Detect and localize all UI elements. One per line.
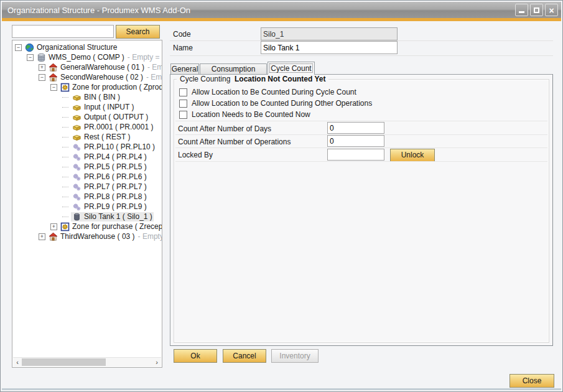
tree-horizontal-scrollbar[interactable]: ‹ › <box>13 357 161 366</box>
close-button[interactable]: Close <box>509 374 554 388</box>
cycle-count-status: Location Not Counted Yet <box>231 75 328 83</box>
close-icon: × <box>546 5 557 16</box>
tree-connector <box>62 107 68 108</box>
tab-general[interactable]: General <box>170 63 199 74</box>
locked-by-input[interactable] <box>327 149 384 161</box>
app-window: Organizational Structure - Produmex WMS … <box>0 0 563 392</box>
titlebar[interactable]: Organizational Structure - Produmex WMS … <box>2 2 561 18</box>
count-operations-label: Count After Number of Operations <box>178 138 291 146</box>
bin-icon <box>72 133 81 142</box>
tree-item[interactable]: PR.PL9 ( PR.PL9 ) <box>12 202 162 212</box>
maximize-button[interactable] <box>530 4 543 16</box>
tree-item[interactable]: +GeneralWarehouse ( 01 )- Empty <box>12 62 162 72</box>
collapse-icon[interactable]: − <box>27 54 34 61</box>
zone-icon <box>60 83 70 92</box>
zone-icon <box>60 222 70 231</box>
tree-item-label: Output ( OUTPUT ) <box>84 113 148 121</box>
window-title: Organizational Structure - Produmex WMS … <box>7 6 190 15</box>
expand-icon[interactable]: + <box>39 64 45 71</box>
scroll-right-icon[interactable]: › <box>152 358 161 366</box>
expand-icon[interactable]: + <box>39 233 45 240</box>
checkbox-needs-counted-now[interactable]: Location Needs to Be Counted Now <box>179 110 310 119</box>
bin-icon <box>72 113 81 122</box>
window-bottom-edge <box>2 388 561 390</box>
count-operations-input[interactable] <box>327 135 384 147</box>
tree-item-label: PR.PL5 ( PR.PL5 ) <box>84 162 147 171</box>
tree-item[interactable]: PR.PL4 ( PR.PL4 ) <box>12 152 162 162</box>
warehouse-icon <box>49 73 58 82</box>
tree-connector <box>62 207 68 207</box>
tree-connector <box>62 127 68 128</box>
tab-cycle-count[interactable]: Cycle Count <box>268 62 315 75</box>
tree-item-label: PR.PL8 ( PR.PL8 ) <box>84 192 147 201</box>
maximize-icon <box>534 7 539 13</box>
count-days-input[interactable] <box>327 122 384 134</box>
scroll-left-icon[interactable]: ‹ <box>13 358 22 366</box>
tree-item[interactable]: −SecondWarehouse ( 02 )- Empty <box>12 72 162 82</box>
groupbox-label: Cycle Counting <box>177 75 233 83</box>
gears-icon <box>72 142 81 152</box>
tree-item-label: Zone for purchase ( Zreception <box>72 222 162 231</box>
bin-icon <box>72 93 81 102</box>
tree-item-label: PR.PL9 ( PR.PL9 ) <box>84 202 147 211</box>
tree-item-suffix: - Empty <box>147 63 162 72</box>
inventory-button[interactable]: Inventory <box>271 349 319 363</box>
checkbox-icon[interactable] <box>179 100 187 108</box>
tree-item[interactable]: Silo Tank 1 ( Silo_1 ) <box>12 212 162 222</box>
minimize-button[interactable] <box>515 4 528 16</box>
checkbox-icon[interactable] <box>179 88 187 96</box>
tree-item[interactable]: −Zone for production ( Zproduct <box>12 82 162 92</box>
tree-item[interactable]: PR.PL8 ( PR.PL8 ) <box>12 192 162 202</box>
warehouse-icon <box>49 63 58 72</box>
tree-item-label: PR.PL7 ( PR.PL7 ) <box>84 182 147 191</box>
tree-item-label: PR.PL4 ( PR.PL4 ) <box>84 152 147 161</box>
tree-item-label: PR.PL10 ( PR.PL10 ) <box>84 142 155 151</box>
accent-bar <box>2 18 561 21</box>
count-days-label: Count After Number of Days <box>178 124 271 133</box>
tree-item[interactable]: −Organizational Structure <box>12 42 162 52</box>
code-label: Code <box>173 30 191 39</box>
tree-item[interactable]: PR.PL7 ( PR.PL7 ) <box>12 182 162 192</box>
tree-item-label: Silo Tank 1 ( Silo_1 ) <box>84 212 152 221</box>
name-field[interactable] <box>261 41 398 54</box>
tree-item[interactable]: Input ( INPUT ) <box>12 102 162 112</box>
checkbox-allow-other-operations[interactable]: Allow Location to be Counted During Othe… <box>179 99 372 108</box>
tree-item-suffix: - Empty <box>146 73 162 82</box>
ok-button[interactable]: Ok <box>174 349 217 363</box>
name-label: Name <box>173 44 193 52</box>
tree-item[interactable]: +Zone for purchase ( Zreception <box>12 222 162 231</box>
locked-by-label: Locked By <box>178 151 213 159</box>
silo-icon <box>72 212 81 222</box>
gears-icon <box>72 162 81 172</box>
search-input[interactable] <box>12 25 114 38</box>
gears-icon <box>72 192 81 202</box>
tree-item-label: SecondWarehouse ( 02 ) <box>60 73 143 82</box>
tree-item[interactable]: BIN ( BIN ) <box>12 92 162 102</box>
tree-item[interactable]: PR.PL5 ( PR.PL5 ) <box>12 162 162 172</box>
collapse-icon[interactable]: − <box>15 44 22 51</box>
tree-item[interactable]: −WMS_Demo ( COMP )- Empty = 55/5 <box>12 52 162 62</box>
cancel-button[interactable]: Cancel <box>223 349 266 363</box>
globe-icon <box>25 43 34 52</box>
tree-item-label: ThirdWarehouse ( 03 ) <box>60 232 135 241</box>
tab-consumption-algorithm[interactable]: Consumption Algorith <box>200 63 267 74</box>
collapse-icon[interactable]: − <box>39 74 45 81</box>
tree-item[interactable]: +ThirdWarehouse ( 03 )- Empty = ( <box>12 231 162 241</box>
tree-connector <box>62 187 68 187</box>
scrollbar-thumb[interactable] <box>22 358 106 366</box>
expand-icon[interactable]: + <box>50 223 57 230</box>
checkbox-allow-cycle-count[interactable]: Allow Location to Be Counted During Cycl… <box>179 88 356 96</box>
checkbox-icon[interactable] <box>179 111 187 119</box>
tree-item[interactable]: Rest ( REST ) <box>12 132 162 142</box>
tree-item[interactable]: PR.0001 ( PR.0001 ) <box>12 122 162 132</box>
tree-item[interactable]: PR.PL6 ( PR.PL6 ) <box>12 172 162 182</box>
search-button[interactable]: Search <box>116 25 160 39</box>
collapse-icon[interactable]: − <box>50 84 57 91</box>
separator <box>175 161 547 162</box>
tree-item[interactable]: Output ( OUTPUT ) <box>12 112 162 122</box>
tree-item[interactable]: PR.PL10 ( PR.PL10 ) <box>12 142 162 152</box>
unlock-button[interactable]: Unlock <box>390 149 435 162</box>
org-structure-tree[interactable]: −Organizational Structure−WMS_Demo ( COM… <box>12 40 162 368</box>
close-button-titlebar[interactable]: × <box>545 4 558 16</box>
code-field[interactable] <box>261 27 398 40</box>
